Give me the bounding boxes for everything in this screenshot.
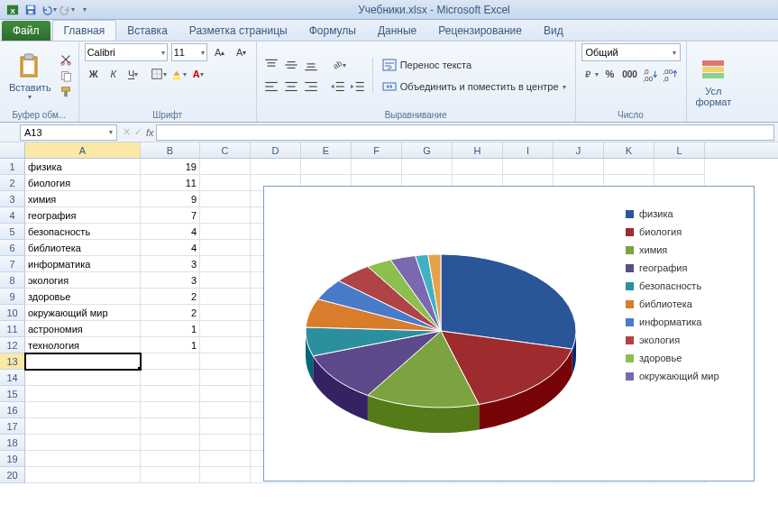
font-color-icon[interactable]: A▾ <box>189 65 207 83</box>
cell-B2[interactable]: 11 <box>141 175 200 191</box>
tab-page-layout[interactable]: Разметка страницы <box>178 21 298 41</box>
cell-C11[interactable] <box>200 321 251 337</box>
cell-A20[interactable] <box>25 467 141 483</box>
col-header-J[interactable]: J <box>554 142 604 158</box>
cell-A19[interactable] <box>25 451 141 467</box>
cell-G1[interactable] <box>402 159 453 175</box>
font-name-select[interactable]: Calibri▾ <box>85 43 168 61</box>
cell-B6[interactable]: 4 <box>141 240 200 256</box>
row-header-4[interactable]: 4 <box>0 207 25 224</box>
tab-data[interactable]: Данные <box>367 21 427 41</box>
cell-A1[interactable]: физика <box>25 159 141 175</box>
cell-B14[interactable] <box>141 370 200 386</box>
row-header-13[interactable]: 13 <box>0 353 25 370</box>
row-header-5[interactable]: 5 <box>0 224 25 240</box>
bold-button[interactable]: Ж <box>85 65 103 83</box>
cell-B8[interactable]: 3 <box>141 272 200 289</box>
align-center-icon[interactable] <box>282 78 300 96</box>
cell-A2[interactable]: биология <box>25 175 141 191</box>
fx-cancel-icon[interactable]: ✕ <box>123 126 131 138</box>
paste-button[interactable]: Вставить ▾ <box>5 50 55 103</box>
row-header-17[interactable]: 17 <box>0 418 25 435</box>
cell-C13[interactable] <box>200 353 251 370</box>
row-header-8[interactable]: 8 <box>0 272 25 289</box>
wrap-text-button[interactable]: Перенос текста <box>379 56 570 74</box>
cell-L1[interactable] <box>654 159 705 175</box>
borders-icon[interactable]: ▾ <box>150 65 168 83</box>
fill-color-icon[interactable]: ▾ <box>169 65 188 83</box>
cell-C15[interactable] <box>200 386 251 402</box>
cell-H1[interactable] <box>453 159 503 175</box>
redo-icon[interactable]: ▾ <box>59 2 75 18</box>
cell-B13[interactable] <box>141 353 200 370</box>
grow-font-icon[interactable]: A▴ <box>211 43 229 61</box>
col-header-K[interactable]: K <box>604 142 654 158</box>
cell-K1[interactable] <box>604 159 654 175</box>
decrease-indent-icon[interactable] <box>329 78 347 96</box>
cell-C4[interactable] <box>200 207 251 224</box>
align-bottom-icon[interactable] <box>302 56 320 74</box>
tab-insert[interactable]: Вставка <box>116 21 178 41</box>
col-header-L[interactable]: L <box>654 142 705 158</box>
cell-B16[interactable] <box>141 402 200 418</box>
cell-B5[interactable]: 4 <box>141 224 200 240</box>
cell-A15[interactable] <box>25 386 141 402</box>
cell-C9[interactable] <box>200 289 251 305</box>
chart-object[interactable]: физикабиологияхимиягеографиябезопасность… <box>263 186 755 482</box>
cell-I1[interactable] <box>503 159 554 175</box>
col-header-H[interactable]: H <box>453 142 503 158</box>
align-top-icon[interactable] <box>262 56 280 74</box>
cell-D1[interactable] <box>251 159 301 175</box>
cell-B3[interactable]: 9 <box>141 191 200 207</box>
row-header-14[interactable]: 14 <box>0 370 25 386</box>
cell-J1[interactable] <box>554 159 604 175</box>
cell-A10[interactable]: окружающий мир <box>25 305 141 321</box>
fx-icon[interactable]: fx <box>146 127 154 138</box>
cell-F1[interactable] <box>352 159 402 175</box>
increase-decimal-icon[interactable]: ,0,00 <box>641 65 659 83</box>
cell-B18[interactable] <box>141 435 200 451</box>
cell-C1[interactable] <box>200 159 251 175</box>
conditional-format-button[interactable]: Усл формат <box>692 53 736 109</box>
cell-B9[interactable]: 2 <box>141 289 200 305</box>
row-header-12[interactable]: 12 <box>0 337 25 353</box>
tab-review[interactable]: Рецензирование <box>427 21 533 41</box>
cell-C16[interactable] <box>200 402 251 418</box>
col-header-G[interactable]: G <box>402 142 453 158</box>
fx-confirm-icon[interactable]: ✓ <box>134 126 142 138</box>
formula-input[interactable] <box>156 124 774 141</box>
col-header-A[interactable]: A <box>25 142 141 158</box>
cell-C12[interactable] <box>200 337 251 353</box>
row-header-19[interactable]: 19 <box>0 451 25 467</box>
cell-C8[interactable] <box>200 272 251 289</box>
comma-icon[interactable]: 000 <box>621 65 639 83</box>
col-header-I[interactable]: I <box>503 142 554 158</box>
cell-C19[interactable] <box>200 451 251 467</box>
cell-B17[interactable] <box>141 418 200 435</box>
tab-formulas[interactable]: Формулы <box>298 21 367 41</box>
row-header-9[interactable]: 9 <box>0 289 25 305</box>
cell-A3[interactable]: химия <box>25 191 141 207</box>
underline-button[interactable]: Ч▾ <box>124 65 142 83</box>
cell-B15[interactable] <box>141 386 200 402</box>
align-middle-icon[interactable] <box>282 56 300 74</box>
cell-A13[interactable] <box>25 353 141 370</box>
col-header-D[interactable]: D <box>251 142 301 158</box>
cell-C2[interactable] <box>200 175 251 191</box>
cell-A12[interactable]: технология <box>25 337 141 353</box>
row-header-2[interactable]: 2 <box>0 175 25 191</box>
align-left-icon[interactable] <box>262 78 280 96</box>
row-header-1[interactable]: 1 <box>0 159 25 175</box>
increase-indent-icon[interactable] <box>349 78 367 96</box>
cell-B1[interactable]: 19 <box>141 159 200 175</box>
save-icon[interactable] <box>23 2 39 18</box>
cell-C20[interactable] <box>200 467 251 483</box>
orientation-icon[interactable]: ab▾ <box>329 56 347 74</box>
cell-C18[interactable] <box>200 435 251 451</box>
shrink-font-icon[interactable]: A▾ <box>233 43 251 61</box>
row-header-16[interactable]: 16 <box>0 402 25 418</box>
tab-home[interactable]: Главная <box>52 20 117 41</box>
align-right-icon[interactable] <box>302 78 320 96</box>
tab-file[interactable]: Файл <box>2 21 50 41</box>
name-box[interactable]: A13▾ <box>20 124 117 141</box>
